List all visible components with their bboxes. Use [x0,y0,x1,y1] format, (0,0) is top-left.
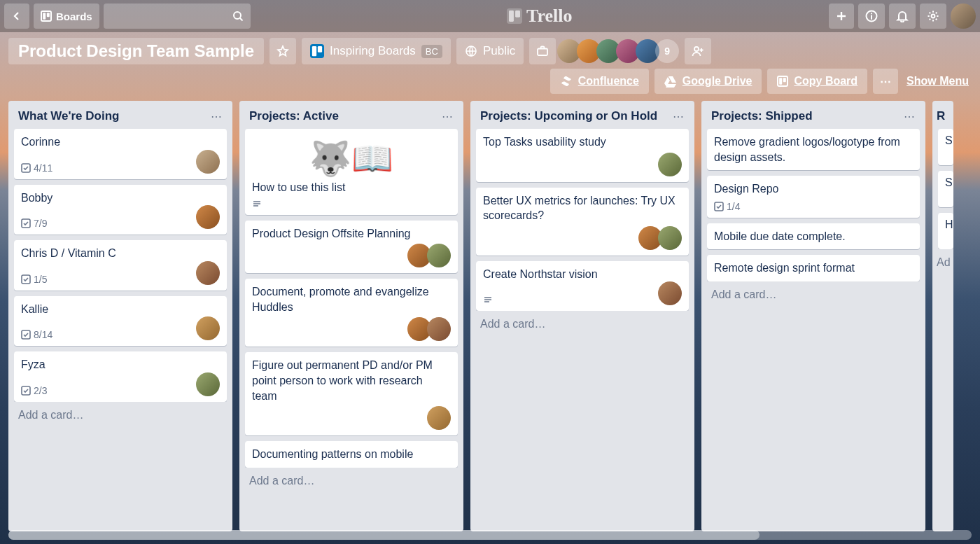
gdrive-icon [664,75,677,88]
star-button[interactable] [270,38,296,64]
card-member-avatar[interactable] [427,406,451,430]
member-overflow[interactable]: 9 [655,39,679,63]
boards-label: Boards [56,11,92,22]
trello-logo-icon [507,8,522,24]
gear-icon [927,10,939,22]
card-member-avatar[interactable] [196,205,220,229]
copy-label: Copy Board [794,75,858,88]
more-button[interactable]: ⋯ [873,69,898,94]
add-card-button[interactable]: Add a card… [8,402,232,430]
card[interactable]: H [938,213,953,249]
card[interactable]: Fyza 2/3 [14,351,227,402]
card-member-avatar[interactable] [427,244,451,267]
card[interactable]: 🐺📖 How to use this list [245,129,458,215]
svg-point-15 [694,47,699,51]
card-member-avatar[interactable] [658,281,682,305]
card-title: Corinne [21,134,220,150]
checklist-count: 4/11 [34,162,52,174]
card[interactable]: Documenting patterns on mobile [245,441,458,468]
card[interactable]: Design Repo 1/4 [707,176,920,218]
back-button[interactable] [4,4,29,29]
search-input[interactable] [104,4,251,29]
gdrive-button[interactable]: Google Drive [654,69,762,94]
card[interactable]: Remove gradient logos/logotype from desi… [707,129,920,170]
team-chip[interactable]: Inspiring Boards BC [302,38,451,64]
settings-button[interactable] [920,4,946,29]
card-title: Documenting patterns on mobile [252,447,451,462]
list-menu-button[interactable]: ⋯ [673,110,685,123]
board-canvas[interactable]: What We're Doing ⋯ Corinne 4/11 Bobby 7/… [0,101,980,540]
add-card-button[interactable]: Add a card… [701,281,925,309]
card-title: Chris D / Vitamin C [21,246,220,261]
arrow-left-icon [11,11,22,22]
card-title: Document, promote and evangelize Huddles [252,284,451,314]
card-title: Remove gradient logos/logotype from desi… [714,134,913,165]
add-card-button[interactable]: Add a card… [239,468,463,496]
briefcase-icon [536,45,549,57]
add-card-button[interactable]: Add a card… [470,311,694,339]
info-button[interactable] [858,4,885,29]
scrollbar-thumb[interactable] [8,530,760,540]
card-member-avatar[interactable] [196,150,220,174]
card-title: Create Northstar vision [483,267,682,282]
card-title: Better UX metrics for launches: Try UX s… [483,193,682,223]
gdrive-label: Google Drive [682,75,752,88]
card-member-avatar[interactable] [196,261,220,285]
globe-icon [465,45,477,57]
checklist-icon [21,218,31,228]
list-shipped: Projects: Shipped ⋯ Remove gradient logo… [701,101,925,531]
card[interactable]: Corinne 4/11 [14,129,227,179]
card-member-avatar[interactable] [196,316,220,340]
svg-rect-18 [783,78,786,82]
create-button[interactable] [829,4,854,29]
add-card-button[interactable]: Ad [932,249,953,276]
card[interactable]: S [938,171,953,207]
list-title[interactable]: Projects: Shipped [711,109,813,123]
horizontal-scrollbar[interactable] [8,530,972,540]
notifications-button[interactable] [889,4,916,29]
card[interactable]: Better UX metrics for launches: Try UX s… [476,188,689,256]
card-member-avatar[interactable] [658,153,682,176]
card[interactable]: Product Design Offsite Planning [245,221,458,274]
confluence-icon [560,75,573,88]
board-members[interactable]: 9 [561,39,679,63]
card[interactable]: Create Northstar vision [476,261,689,312]
list-title[interactable]: R [937,109,945,123]
list-active: Projects: Active ⋯ 🐺📖 How to use this li… [239,101,463,531]
list-menu-button[interactable]: ⋯ [211,110,223,123]
org-button[interactable] [529,38,556,64]
list-title[interactable]: Projects: Upcoming or On Hold [480,109,657,123]
card[interactable]: Document, promote and evangelize Huddles [245,279,458,347]
confluence-button[interactable]: Confluence [550,69,649,94]
board-title[interactable]: Product Design Team Sample [8,38,264,64]
user-avatar[interactable] [951,4,976,29]
show-menu-button[interactable]: Show Menu [904,69,972,94]
svg-rect-16 [778,76,788,86]
trello-mini-icon [310,44,324,58]
card[interactable]: S [938,129,953,165]
list-menu-button[interactable]: ⋯ [904,110,916,123]
list-title[interactable]: What We're Doing [18,109,119,123]
list-title[interactable]: Projects: Active [249,109,339,123]
card[interactable]: Chris D / Vitamin C 1/5 [14,240,227,291]
card-member-avatar[interactable] [196,372,220,396]
card-member-avatar[interactable] [658,226,682,250]
copy-board-button[interactable]: Copy Board [767,69,867,94]
boards-button[interactable]: Boards [34,4,99,29]
list-menu-button[interactable]: ⋯ [442,110,454,123]
card[interactable]: Figure out permanent PD and/or PM point … [245,352,458,435]
card-cover-sticker: 🐺📖 [252,134,451,180]
card-title: Kallie [21,302,220,317]
list-doing: What We're Doing ⋯ Corinne 4/11 Bobby 7/… [8,101,232,531]
add-member-button[interactable] [685,38,711,64]
card-title: How to use this list [252,180,451,195]
team-name: Inspiring Boards [330,44,416,58]
visibility-chip[interactable]: Public [456,38,524,64]
card[interactable]: Remote design sprint format [707,255,920,281]
card[interactable]: Kallie 8/14 [14,296,227,347]
card[interactable]: Mobile due date complete. [707,223,920,250]
card[interactable]: Bobby 7/9 [14,185,227,235]
card-member-avatar[interactable] [427,317,451,341]
card-title: Top Tasks usability study [483,134,682,150]
card[interactable]: Top Tasks usability study [476,129,689,182]
